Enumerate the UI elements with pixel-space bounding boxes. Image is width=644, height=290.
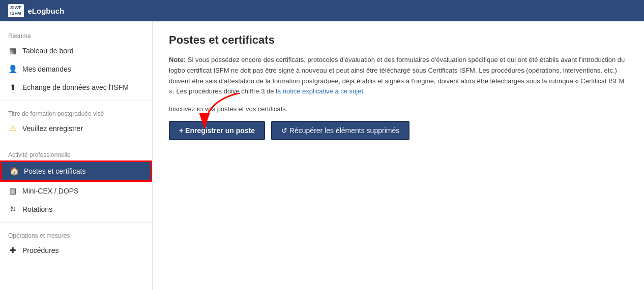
main-layout: Résumé ▦ Tableau de bord 👤 Mes demandes … [0,21,644,290]
sidebar-item-demandes-label: Mes demandes [22,65,71,73]
sidebar-item-demandes[interactable]: 👤 Mes demandes [0,60,152,78]
action-buttons: + Enregistrer un poste ↺ Récupérer les é… [169,121,628,140]
sidebar-item-rotations-label: Rotations [22,205,52,213]
postes-icon: 🏠 [10,167,19,176]
echange-icon: ⬆ [8,83,17,92]
sidebar-item-echange-label: Echange de données avec l'ISFM [22,83,129,91]
procedures-icon: ✚ [8,246,17,255]
note-block: Note: Si vous possédez encore des certif… [169,55,627,97]
app-title: eLogbuch [28,7,65,15]
section-resume: Résumé [0,27,152,42]
warning-icon: ⚠ [8,124,17,133]
sidebar-item-rotations[interactable]: ↻ Rotations [0,200,152,218]
sidebar-item-postes-label: Postes et certificats [24,167,85,175]
divider-2 [0,142,152,142]
page-title: Postes et certificats [169,34,628,47]
recuperer-button[interactable]: ↺ Récupérer les éléments supprimés [271,121,409,140]
sidebar: Résumé ▦ Tableau de bord 👤 Mes demandes … [0,21,153,290]
sidebar-item-veuillez[interactable]: ⚠ Veuillez enregistrer [0,119,152,138]
section-titre: Titre de formation postgraduée visé [0,105,152,119]
sidebar-item-minicex-label: Mini-CEX / DOPS [22,187,78,195]
section-activite: Activité professionnelle [0,146,152,160]
app-logo: SIWF ISFM eLogbuch [8,4,64,17]
tableau-icon: ▦ [8,46,17,55]
sidebar-item-postes[interactable]: 🏠 Postes et certificats [0,160,152,182]
sidebar-item-tableau-label: Tableau de bord [22,47,73,55]
logo-badge: SIWF ISFM [8,4,24,17]
inscrivez-text: Inscrivez ici vos postes et vos certific… [169,105,628,113]
notice-link[interactable]: la notice explicative à ce sujet. [276,87,365,95]
sidebar-item-procedures[interactable]: ✚ Procédures [0,241,152,260]
divider-3 [0,222,152,223]
note-label: Note: [169,56,186,63]
sidebar-item-veuillez-label: Veuillez enregistrer [22,124,83,133]
rotations-icon: ↻ [8,205,17,214]
content-area: Postes et certificats Note: Si vous poss… [153,21,644,290]
sidebar-item-minicex[interactable]: ▤ Mini-CEX / DOPS [0,182,152,200]
demandes-icon: 👤 [8,65,17,74]
sidebar-item-tableau[interactable]: ▦ Tableau de bord [0,42,152,60]
topbar: SIWF ISFM eLogbuch [0,0,644,21]
sidebar-item-procedures-label: Procédures [22,246,59,254]
note-body: Si vous possédez encore des certificats,… [169,56,625,95]
divider-1 [0,101,152,101]
section-operations: Opérations et mesures [0,227,152,241]
sidebar-item-echange[interactable]: ⬆ Echange de données avec l'ISFM [0,78,152,96]
minicex-icon: ▤ [8,186,17,196]
enregistrer-button[interactable]: + Enregistrer un poste [169,121,265,140]
